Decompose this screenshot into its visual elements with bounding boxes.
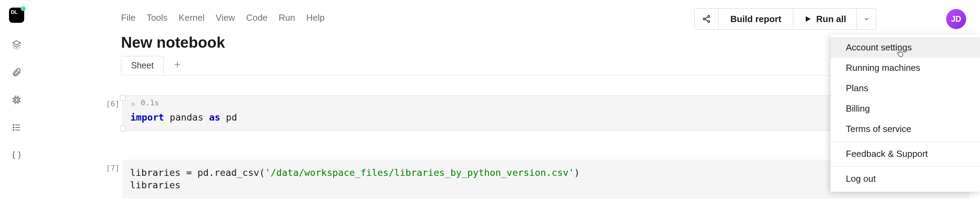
menu-billing[interactable]: Billing — [830, 98, 980, 119]
cell-timing: 0.1s — [141, 98, 159, 107]
svg-point-7 — [708, 21, 710, 22]
token-string: '/data/workspace_files/libraries_by_pyth… — [265, 167, 574, 178]
top-actions: Build report Run all — [694, 8, 876, 30]
cell-exec-label: [7] — [100, 164, 120, 172]
toc-icon[interactable] — [11, 122, 22, 133]
run-all-label: Run all — [816, 14, 846, 25]
svg-point-4 — [13, 130, 14, 131]
attachment-icon[interactable] — [11, 66, 22, 78]
gutter-handle-top[interactable] — [120, 95, 126, 101]
mini-run-icon[interactable] — [130, 100, 136, 106]
avatar-menu: Account settings Running machines Plans … — [830, 35, 980, 192]
avatar[interactable]: JD — [946, 9, 966, 29]
svg-point-2 — [13, 125, 14, 125]
avatar-initials: JD — [951, 14, 961, 24]
menu-logout[interactable]: Log out — [830, 169, 980, 189]
chevron-down-icon — [864, 16, 870, 22]
menu-tools[interactable]: Tools — [146, 13, 168, 23]
menu-kernel[interactable]: Kernel — [179, 13, 205, 23]
layers-icon[interactable] — [11, 39, 22, 51]
play-icon — [803, 15, 812, 23]
build-report-button[interactable]: Build report — [719, 8, 793, 30]
svg-rect-1 — [15, 98, 18, 101]
braces-icon[interactable] — [11, 149, 22, 161]
tabs: Sheet — [121, 56, 181, 74]
menu-code[interactable]: Code — [246, 13, 268, 23]
left-rail — [0, 0, 33, 199]
run-all-button[interactable]: Run all — [793, 8, 857, 30]
menu-view[interactable]: View — [216, 13, 235, 23]
menu-run[interactable]: Run — [279, 13, 295, 23]
cursor-pointer-icon — [896, 49, 904, 57]
gutter-handle-bottom[interactable] — [120, 126, 126, 131]
svg-rect-0 — [14, 98, 19, 103]
token-text: libraries — [130, 180, 180, 190]
app-logo[interactable] — [9, 8, 24, 23]
menu-separator — [830, 141, 980, 142]
page-title: New notebook — [121, 34, 225, 51]
tab-sheet[interactable]: Sheet — [121, 56, 164, 74]
token-text: libraries = pd.read_csv( — [130, 167, 265, 178]
token-text: pandas — [164, 112, 209, 123]
menu-feedback[interactable]: Feedback & Support — [830, 144, 980, 164]
menu-file[interactable]: File — [121, 13, 135, 23]
share-button[interactable] — [694, 8, 719, 30]
token-keyword: import — [130, 112, 164, 123]
menu-help[interactable]: Help — [306, 13, 325, 23]
token-keyword: as — [209, 112, 221, 123]
menu-plans[interactable]: Plans — [830, 78, 980, 98]
token-text: pd — [220, 112, 237, 123]
svg-point-3 — [13, 127, 14, 128]
svg-point-5 — [708, 16, 710, 17]
menu-account-settings[interactable]: Account settings — [830, 37, 980, 58]
menu-running-machines[interactable]: Running machines — [830, 58, 980, 78]
token-text: ) — [574, 167, 579, 178]
menu-terms[interactable]: Terms of service — [830, 119, 980, 139]
plus-icon — [173, 60, 181, 69]
add-tab-button[interactable] — [173, 59, 181, 71]
top-menubar: File Tools Kernel View Code Run Help — [121, 13, 325, 23]
run-all-dropdown-button[interactable] — [857, 8, 876, 30]
cpu-icon[interactable] — [11, 94, 22, 106]
cell-exec-label: [6] — [100, 100, 120, 108]
